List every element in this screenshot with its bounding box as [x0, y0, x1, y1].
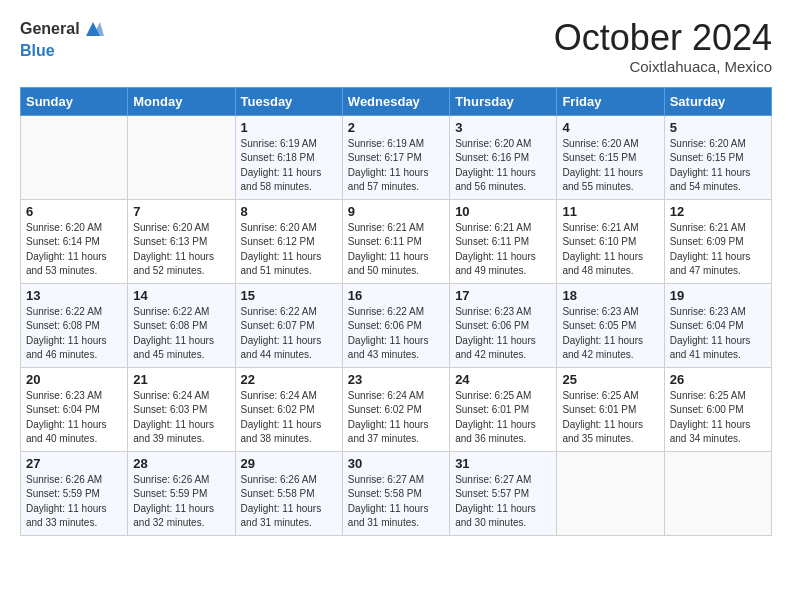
day-info: Sunrise: 6:25 AMSunset: 6:00 PMDaylight:… [670, 389, 766, 447]
table-row: 23Sunrise: 6:24 AMSunset: 6:02 PMDayligh… [342, 367, 449, 451]
table-row [128, 115, 235, 199]
header-wednesday: Wednesday [342, 87, 449, 115]
day-number: 8 [241, 204, 337, 219]
table-row: 15Sunrise: 6:22 AMSunset: 6:07 PMDayligh… [235, 283, 342, 367]
day-number: 1 [241, 120, 337, 135]
table-row: 17Sunrise: 6:23 AMSunset: 6:06 PMDayligh… [450, 283, 557, 367]
day-number: 2 [348, 120, 444, 135]
day-info: Sunrise: 6:20 AMSunset: 6:13 PMDaylight:… [133, 221, 229, 279]
day-info: Sunrise: 6:25 AMSunset: 6:01 PMDaylight:… [562, 389, 658, 447]
day-info: Sunrise: 6:24 AMSunset: 6:02 PMDaylight:… [241, 389, 337, 447]
day-info: Sunrise: 6:21 AMSunset: 6:10 PMDaylight:… [562, 221, 658, 279]
day-info: Sunrise: 6:20 AMSunset: 6:14 PMDaylight:… [26, 221, 122, 279]
calendar-week-row: 1Sunrise: 6:19 AMSunset: 6:18 PMDaylight… [21, 115, 772, 199]
day-info: Sunrise: 6:20 AMSunset: 6:15 PMDaylight:… [562, 137, 658, 195]
day-info: Sunrise: 6:26 AMSunset: 5:59 PMDaylight:… [133, 473, 229, 531]
table-row: 31Sunrise: 6:27 AMSunset: 5:57 PMDayligh… [450, 451, 557, 535]
day-info: Sunrise: 6:20 AMSunset: 6:16 PMDaylight:… [455, 137, 551, 195]
header-saturday: Saturday [664, 87, 771, 115]
header-tuesday: Tuesday [235, 87, 342, 115]
table-row: 21Sunrise: 6:24 AMSunset: 6:03 PMDayligh… [128, 367, 235, 451]
table-row: 9Sunrise: 6:21 AMSunset: 6:11 PMDaylight… [342, 199, 449, 283]
table-row: 10Sunrise: 6:21 AMSunset: 6:11 PMDayligh… [450, 199, 557, 283]
day-info: Sunrise: 6:24 AMSunset: 6:03 PMDaylight:… [133, 389, 229, 447]
day-info: Sunrise: 6:27 AMSunset: 5:58 PMDaylight:… [348, 473, 444, 531]
header-friday: Friday [557, 87, 664, 115]
day-info: Sunrise: 6:20 AMSunset: 6:15 PMDaylight:… [670, 137, 766, 195]
day-info: Sunrise: 6:21 AMSunset: 6:09 PMDaylight:… [670, 221, 766, 279]
day-info: Sunrise: 6:23 AMSunset: 6:04 PMDaylight:… [670, 305, 766, 363]
day-number: 11 [562, 204, 658, 219]
day-number: 14 [133, 288, 229, 303]
table-row: 26Sunrise: 6:25 AMSunset: 6:00 PMDayligh… [664, 367, 771, 451]
day-info: Sunrise: 6:22 AMSunset: 6:06 PMDaylight:… [348, 305, 444, 363]
day-info: Sunrise: 6:23 AMSunset: 6:04 PMDaylight:… [26, 389, 122, 447]
day-info: Sunrise: 6:26 AMSunset: 5:59 PMDaylight:… [26, 473, 122, 531]
day-number: 7 [133, 204, 229, 219]
location: Coixtlahuaca, Mexico [554, 58, 772, 75]
day-number: 28 [133, 456, 229, 471]
day-number: 19 [670, 288, 766, 303]
header: General Blue October 2024 Coixtlahuaca, … [20, 18, 772, 75]
day-number: 12 [670, 204, 766, 219]
day-number: 29 [241, 456, 337, 471]
day-info: Sunrise: 6:25 AMSunset: 6:01 PMDaylight:… [455, 389, 551, 447]
day-info: Sunrise: 6:21 AMSunset: 6:11 PMDaylight:… [455, 221, 551, 279]
logo-blue-text: Blue [20, 42, 55, 59]
day-info: Sunrise: 6:23 AMSunset: 6:06 PMDaylight:… [455, 305, 551, 363]
day-number: 24 [455, 372, 551, 387]
table-row: 13Sunrise: 6:22 AMSunset: 6:08 PMDayligh… [21, 283, 128, 367]
table-row: 20Sunrise: 6:23 AMSunset: 6:04 PMDayligh… [21, 367, 128, 451]
day-number: 31 [455, 456, 551, 471]
table-row: 3Sunrise: 6:20 AMSunset: 6:16 PMDaylight… [450, 115, 557, 199]
table-row: 14Sunrise: 6:22 AMSunset: 6:08 PMDayligh… [128, 283, 235, 367]
day-info: Sunrise: 6:21 AMSunset: 6:11 PMDaylight:… [348, 221, 444, 279]
table-row: 6Sunrise: 6:20 AMSunset: 6:14 PMDaylight… [21, 199, 128, 283]
table-row: 2Sunrise: 6:19 AMSunset: 6:17 PMDaylight… [342, 115, 449, 199]
day-info: Sunrise: 6:22 AMSunset: 6:07 PMDaylight:… [241, 305, 337, 363]
calendar-week-row: 13Sunrise: 6:22 AMSunset: 6:08 PMDayligh… [21, 283, 772, 367]
table-row: 18Sunrise: 6:23 AMSunset: 6:05 PMDayligh… [557, 283, 664, 367]
day-info: Sunrise: 6:22 AMSunset: 6:08 PMDaylight:… [26, 305, 122, 363]
day-info: Sunrise: 6:24 AMSunset: 6:02 PMDaylight:… [348, 389, 444, 447]
table-row: 7Sunrise: 6:20 AMSunset: 6:13 PMDaylight… [128, 199, 235, 283]
logo-general-text: General [20, 20, 80, 38]
day-info: Sunrise: 6:27 AMSunset: 5:57 PMDaylight:… [455, 473, 551, 531]
table-row: 22Sunrise: 6:24 AMSunset: 6:02 PMDayligh… [235, 367, 342, 451]
day-number: 17 [455, 288, 551, 303]
table-row: 29Sunrise: 6:26 AMSunset: 5:58 PMDayligh… [235, 451, 342, 535]
table-row: 25Sunrise: 6:25 AMSunset: 6:01 PMDayligh… [557, 367, 664, 451]
day-number: 22 [241, 372, 337, 387]
table-row [21, 115, 128, 199]
day-number: 5 [670, 120, 766, 135]
day-number: 3 [455, 120, 551, 135]
day-info: Sunrise: 6:23 AMSunset: 6:05 PMDaylight:… [562, 305, 658, 363]
day-info: Sunrise: 6:26 AMSunset: 5:58 PMDaylight:… [241, 473, 337, 531]
day-number: 16 [348, 288, 444, 303]
day-info: Sunrise: 6:19 AMSunset: 6:18 PMDaylight:… [241, 137, 337, 195]
day-number: 30 [348, 456, 444, 471]
header-monday: Monday [128, 87, 235, 115]
table-row: 8Sunrise: 6:20 AMSunset: 6:12 PMDaylight… [235, 199, 342, 283]
day-number: 26 [670, 372, 766, 387]
title-block: October 2024 Coixtlahuaca, Mexico [554, 18, 772, 75]
day-number: 27 [26, 456, 122, 471]
day-info: Sunrise: 6:20 AMSunset: 6:12 PMDaylight:… [241, 221, 337, 279]
logo-icon [82, 18, 104, 40]
day-number: 15 [241, 288, 337, 303]
calendar-week-row: 6Sunrise: 6:20 AMSunset: 6:14 PMDaylight… [21, 199, 772, 283]
day-number: 13 [26, 288, 122, 303]
logo: General Blue [20, 18, 104, 61]
table-row: 5Sunrise: 6:20 AMSunset: 6:15 PMDaylight… [664, 115, 771, 199]
day-number: 20 [26, 372, 122, 387]
table-row [664, 451, 771, 535]
day-info: Sunrise: 6:22 AMSunset: 6:08 PMDaylight:… [133, 305, 229, 363]
month-title: October 2024 [554, 18, 772, 58]
table-row: 12Sunrise: 6:21 AMSunset: 6:09 PMDayligh… [664, 199, 771, 283]
day-number: 4 [562, 120, 658, 135]
table-row: 28Sunrise: 6:26 AMSunset: 5:59 PMDayligh… [128, 451, 235, 535]
header-thursday: Thursday [450, 87, 557, 115]
header-sunday: Sunday [21, 87, 128, 115]
table-row: 11Sunrise: 6:21 AMSunset: 6:10 PMDayligh… [557, 199, 664, 283]
day-number: 9 [348, 204, 444, 219]
